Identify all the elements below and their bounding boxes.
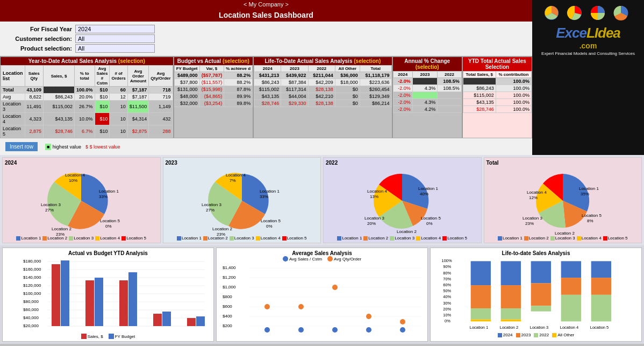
- ytd-total-row-loc4: $43,135 100.0%: [463, 99, 531, 106]
- ltd-loc5-other: $0: [335, 100, 360, 107]
- svg-rect-121: [471, 308, 491, 320]
- svg-rect-130: [561, 261, 581, 278]
- left-content: < My Company > Location Sales Dashboard …: [0, 0, 532, 155]
- pie-2022: 2022 Location 1 40% Location 5 0%: [323, 157, 482, 243]
- ann-loc4-2024: -2.0%: [393, 99, 412, 106]
- svg-rect-67: [119, 280, 128, 326]
- ann-loc3-2022: [438, 92, 462, 99]
- company-name: < My Company >: [244, 1, 289, 8]
- ytd-section: Year-to-Date Actual Sales Analysis (sele…: [1, 57, 174, 138]
- svg-point-95: [332, 327, 338, 333]
- svg-text:Location 3: Location 3: [41, 202, 61, 207]
- ltd-loc3-total: $260,454: [360, 86, 391, 93]
- svg-text:$100,000: $100,000: [23, 291, 41, 296]
- pie-2024-chart: Location 1 33% Location 5 0% Location 2 …: [35, 166, 127, 236]
- svg-text:Location 4: Location 4: [65, 173, 85, 178]
- b-loc3-achieve: 87.8%: [224, 86, 253, 93]
- ltd-row-loc4: $43,135 $44,004 $42,210 $0 $129,349: [254, 93, 391, 100]
- customer-row: Customer selection:: [5, 34, 527, 43]
- total-avg-order: $7,187: [127, 87, 149, 94]
- loc4-orders: 10: [110, 113, 127, 125]
- col-var: Var, $: [199, 66, 224, 72]
- loc5-qty: 2,875: [25, 125, 44, 138]
- svg-text:27%: 27%: [45, 208, 54, 213]
- svg-text:$140,000: $140,000: [23, 275, 41, 280]
- svg-text:100%: 100%: [442, 258, 452, 263]
- avg-avg: $10: [95, 94, 110, 101]
- loc5-sales: $28,746: [44, 125, 75, 138]
- avg-sales-svg: $1,400 $1,200 $1,000 $800 $600 $400 $200…: [219, 263, 425, 333]
- svg-text:50%: 50%: [443, 288, 451, 293]
- legend-highest: ■ highest value: [45, 144, 81, 150]
- ytd-total-row-loc3: $115,002 100.0%: [463, 92, 531, 99]
- pie-2024: 2024 Location 1 33% Location 5 0% L: [2, 157, 161, 243]
- b-loc4-budget: $48,000: [174, 93, 199, 100]
- ytd-loc4-contrib: 100.0%: [496, 99, 531, 106]
- budget-row-loc5: $32,000 ($3,254) 89.8%: [174, 100, 253, 107]
- svg-rect-124: [501, 285, 521, 308]
- b-loc3-var: ($15,998): [199, 86, 224, 93]
- budget-table: FY Budget Var, $ % achieve d $489,000 ($…: [174, 65, 253, 107]
- svg-text:60%: 60%: [443, 283, 451, 287]
- col-2024: 2024: [254, 66, 281, 72]
- ann-avg-2024: -2.0%: [393, 85, 412, 92]
- svg-point-96: [366, 327, 371, 333]
- svg-text:20%: 20%: [367, 221, 376, 226]
- total-label: Total: [1, 87, 25, 94]
- svg-point-98: [264, 304, 270, 309]
- svg-rect-123: [501, 261, 521, 285]
- ltd-avg-2023: $87,384: [281, 79, 308, 86]
- ytd-loc3-contrib: 100.0%: [496, 92, 531, 99]
- svg-text:Location 1: Location 1: [99, 189, 119, 194]
- ltd-loc5-2023: $29,330: [281, 100, 308, 107]
- svg-text:Location 1: Location 1: [418, 186, 438, 191]
- svg-rect-126: [501, 320, 521, 322]
- svg-text:Location 3: Location 3: [523, 216, 542, 221]
- avg-qty: 8,622: [25, 94, 44, 101]
- ltd-total-2023: $439,922: [281, 72, 308, 79]
- col-fy-budget: FY Budget: [174, 66, 199, 72]
- product-input[interactable]: [75, 44, 155, 53]
- avg-sales: $86,243: [44, 94, 75, 101]
- svg-text:Location 5: Location 5: [582, 213, 602, 218]
- svg-text:Location 1: Location 1: [470, 325, 488, 330]
- col-avg-sales: Avg Sales # Cstm: [95, 66, 110, 87]
- ltd-loc4-total: $129,349: [360, 93, 391, 100]
- b-total-budget: $489,000: [174, 72, 199, 79]
- svg-text:$1,400: $1,400: [223, 265, 236, 270]
- col-sales-qty: Sales Qty: [25, 66, 44, 87]
- svg-rect-120: [471, 285, 491, 308]
- svg-text:23%: 23%: [525, 221, 534, 226]
- product-label: Product selection:: [5, 45, 75, 52]
- budget-row-avg: $37,800 ($11,557) 88.2%: [174, 79, 253, 86]
- actual-budget-legend: Sales, $ FY Budget: [5, 334, 211, 339]
- insert-row-button[interactable]: Insert row: [5, 142, 38, 151]
- ltd-sales-title: Life-to-date Sales Analysis: [433, 250, 639, 256]
- svg-text:23%: 23%: [56, 232, 65, 236]
- svg-text:35%: 35%: [581, 192, 589, 196]
- col-pct-total: % to total: [75, 66, 95, 87]
- svg-rect-134: [591, 278, 611, 295]
- ytd-total-sales: ████████: [463, 78, 496, 85]
- annual-section: Annual % Change (selectio) 2024 2023 202…: [393, 57, 463, 138]
- ltd-loc3-2022: $28,138: [308, 86, 335, 93]
- svg-point-99: [298, 304, 304, 309]
- logo-pie-2: [566, 4, 588, 22]
- customer-input[interactable]: [75, 34, 155, 43]
- col-num-orders: # of Orders: [110, 66, 127, 87]
- svg-text:$800: $800: [223, 294, 232, 299]
- ann-row-total: -2.0% ████ 108.5%: [393, 78, 461, 85]
- budget-row-loc4: $48,000 ($4,865) 89.9%: [174, 93, 253, 100]
- fiscal-year-input[interactable]: [75, 25, 155, 33]
- loc3-orders: 10: [110, 101, 127, 113]
- ltd-sales-svg: 100% 90% 80% 70% 60% 50% 40% 30% 20% 10%…: [433, 256, 639, 331]
- pie-2023-chart: Location 1 33% Location 5 0% Location 2 …: [196, 166, 288, 236]
- annual-selection: (selectio): [416, 64, 439, 70]
- avg-label: Avg: [1, 94, 25, 101]
- svg-text:30%: 30%: [443, 301, 451, 306]
- avg-sales-legend: Avg Sales / Cstm Avg Qty/Order: [219, 256, 425, 262]
- loc3-avg-qty: 1,149: [149, 101, 173, 113]
- pie-2022-title: 2022: [326, 160, 479, 166]
- ltd-sales-chart: Life-to-date Sales Analysis 100% 90% 80%…: [430, 248, 642, 342]
- svg-rect-65: [85, 280, 94, 326]
